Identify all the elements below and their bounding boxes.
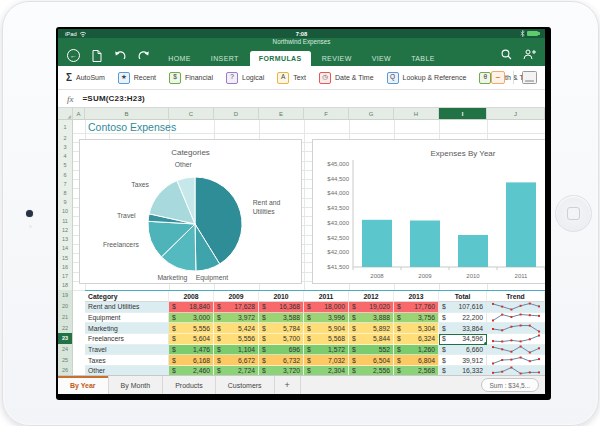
row-number-5[interactable]: 5 [58,161,72,170]
category-cell[interactable]: Travel [85,345,169,356]
column-header-i[interactable]: I [439,108,487,119]
column-header-b[interactable]: B [85,108,169,119]
row-number-10[interactable]: 10 [58,207,72,216]
value-cell-2008[interactable]: $5,556 [169,323,214,334]
value-cell-2013[interactable]: $1,260 [394,345,439,356]
value-cell-2012[interactable]: $3,888 [349,313,394,324]
row-number-26[interactable]: 26 [58,365,72,375]
row-number-19[interactable]: 19 [58,290,72,301]
row-number-2[interactable]: 2 [58,133,72,142]
column-header-d[interactable]: D [214,108,259,119]
column-header-f[interactable]: F [304,108,349,119]
category-cell[interactable]: Other [85,366,169,375]
trend-cell[interactable] [487,366,545,375]
row-number-12[interactable]: 12 [58,225,72,234]
toolbar-logical[interactable]: ?Logical [226,72,264,84]
formula-bar[interactable]: fx =SUM(C23:H23) [58,90,545,108]
table-header-2012[interactable]: 2012 [349,291,394,302]
value-cell-2010[interactable]: $6,732 [259,355,304,366]
value-cell-2010[interactable]: $3,588 [259,313,304,324]
select-all-corner[interactable] [58,108,73,119]
row-number-17[interactable]: 17 [58,272,72,281]
value-cell-2009[interactable]: $1,104 [214,345,259,356]
toolbar-lookup-reference[interactable]: QLookup & Reference [387,72,467,84]
row-number-11[interactable]: 11 [58,216,72,225]
ribbon-tab-formulas[interactable]: FORMULAS [250,51,311,66]
value-cell-2009[interactable]: $3,972 [214,313,259,324]
table-header-total[interactable]: Total [439,291,487,302]
row-number-8[interactable]: 8 [58,188,72,197]
column-header-c[interactable]: C [169,108,214,119]
row-number-23[interactable]: 23 [58,333,72,344]
table-header-2013[interactable]: 2013 [394,291,439,302]
value-cell-2011[interactable]: $5,904 [304,323,349,334]
value-cell-2012[interactable]: $5,844 [349,334,394,345]
sheet-tab-by-month[interactable]: By Month [109,376,164,394]
ribbon-tab-view[interactable]: VIEW [363,51,401,66]
category-cell[interactable]: Equipment [85,313,169,324]
formula-input[interactable]: =SUM(C23:H23) [83,94,145,103]
sheet-tab-customers[interactable]: Customers [216,376,275,394]
category-cell[interactable]: Taxes [85,355,169,366]
toolbar-recent[interactable]: ★Recent [118,72,156,84]
row-number-7[interactable]: 7 [58,179,72,188]
value-cell-2009[interactable]: $5,424 [214,323,259,334]
column-header-h[interactable]: H [394,108,439,119]
total-cell[interactable]: $107,616 [439,302,487,313]
keyboard-toggle-button[interactable] [522,71,537,84]
sheet-tab-by-year[interactable]: By Year [58,376,109,394]
value-cell-2008[interactable]: $3,000 [169,313,214,324]
total-cell[interactable]: $16,332 [439,366,487,375]
value-cell-2011[interactable]: $1,572 [304,345,349,356]
value-cell-2010[interactable]: $5,784 [259,323,304,334]
value-cell-2012[interactable]: $552 [349,345,394,356]
row-number-9[interactable]: 9 [58,198,72,207]
value-cell-2013[interactable]: $5,304 [394,323,439,334]
sheet-title-cell[interactable]: Contoso Expenses [88,121,176,133]
trend-cell[interactable] [487,355,545,366]
category-cell[interactable]: Freelancers [85,334,169,345]
row-number-21[interactable]: 21 [58,312,72,323]
value-cell-2009[interactable]: $6,672 [214,355,259,366]
trend-cell[interactable] [487,323,545,334]
sheet-grid[interactable]: 1234567891011121314151617181920212223242… [58,120,545,375]
total-cell[interactable]: $22,200 [439,313,487,324]
more-functions-button[interactable]: − [491,71,505,84]
table-header-2010[interactable]: 2010 [259,291,304,302]
column-header-e[interactable]: E [259,108,304,119]
column-header-j[interactable]: J [487,108,545,119]
value-cell-2009[interactable]: $17,628 [214,302,259,313]
row-number-13[interactable]: 13 [58,235,72,244]
trend-cell[interactable] [487,313,545,324]
value-cell-2011[interactable]: $2,304 [304,366,349,375]
ribbon-tab-insert[interactable]: INSERT [202,51,248,66]
selection-handle[interactable] [439,334,441,336]
value-cell-2008[interactable]: $6,168 [169,355,214,366]
total-cell[interactable]: $34,596 [439,334,487,345]
toolbar-date-time[interactable]: ◷Date & Time [319,72,374,84]
row-number-16[interactable]: 16 [58,262,72,271]
table-header-2009[interactable]: 2009 [214,291,259,302]
column-header-g[interactable]: G [349,108,394,119]
table-header-2011[interactable]: 2011 [304,291,349,302]
row-number-4[interactable]: 4 [58,151,72,160]
toolbar-text[interactable]: AText [277,72,306,84]
trend-cell[interactable] [487,345,545,356]
total-cell[interactable]: $33,864 [439,323,487,334]
row-number-25[interactable]: 25 [58,354,72,365]
ribbon-tab-home[interactable]: HOME [159,51,200,66]
row-number-24[interactable]: 24 [58,344,72,355]
share-people-button[interactable] [523,49,536,60]
trend-cell[interactable] [487,302,545,313]
sheet-tab-products[interactable]: Products [163,376,216,394]
row-number-18[interactable]: 18 [58,281,72,290]
table-header-trend[interactable]: Trend [487,291,545,302]
bar-chart[interactable]: Expenses By Year$41,500$42,000$42,500$43… [312,139,545,284]
value-cell-2013[interactable]: $17,760 [394,302,439,313]
ribbon-tab-review[interactable]: REVIEW [313,51,361,66]
value-cell-2010[interactable]: $16,368 [259,302,304,313]
value-cell-2012[interactable]: $19,020 [349,302,394,313]
toolbar-autosum[interactable]: ΣAutoSum [66,73,105,83]
value-cell-2009[interactable]: $5,556 [214,334,259,345]
value-cell-2008[interactable]: $18,840 [169,302,214,313]
